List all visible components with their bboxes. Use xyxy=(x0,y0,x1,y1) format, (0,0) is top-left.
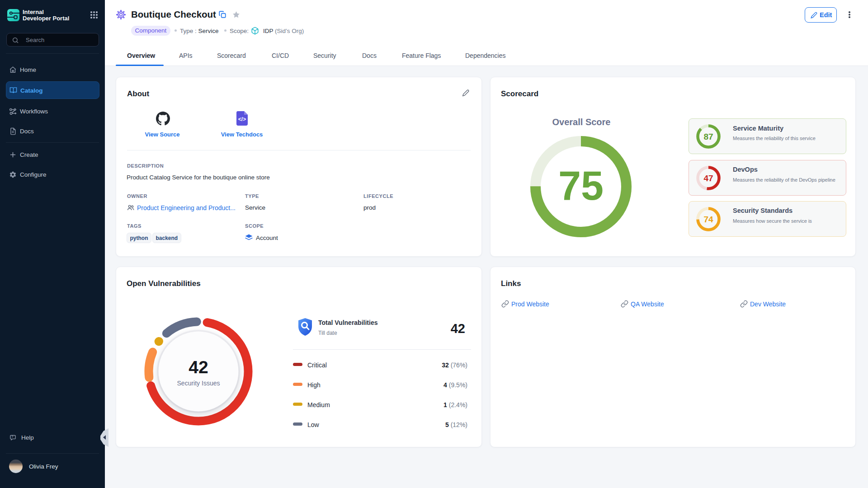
svg-text:?: ? xyxy=(11,435,13,438)
svg-text:87: 87 xyxy=(703,132,713,141)
svg-text:</>: </> xyxy=(238,116,246,122)
svg-text:47: 47 xyxy=(703,174,713,183)
svg-text:74: 74 xyxy=(703,215,713,224)
